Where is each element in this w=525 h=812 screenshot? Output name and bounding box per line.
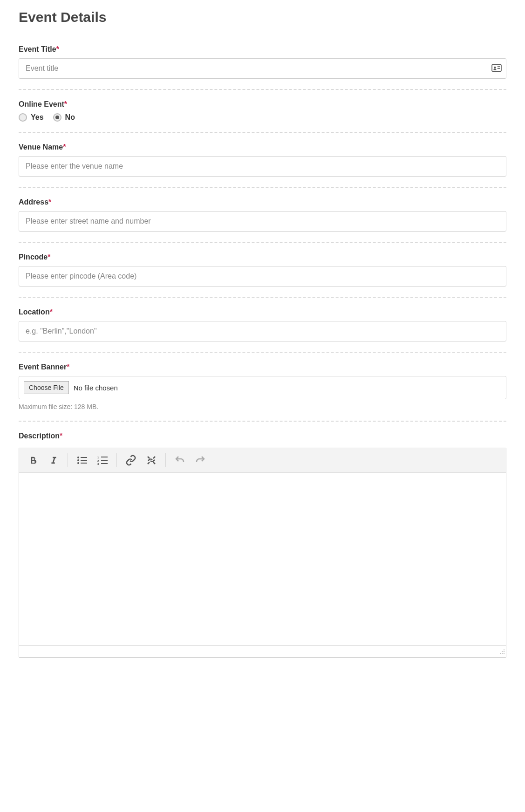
label-text: Event Banner [19, 363, 67, 371]
svg-point-4 [77, 457, 79, 458]
title-divider [19, 31, 506, 31]
label-text: Event Title [19, 45, 56, 53]
svg-line-19 [153, 457, 155, 458]
location-label: Location* [19, 308, 53, 316]
label-text: Description [19, 432, 60, 440]
svg-point-24 [502, 653, 503, 654]
svg-rect-5 [81, 457, 87, 458]
svg-rect-7 [81, 460, 87, 461]
svg-text:1: 1 [97, 456, 99, 459]
svg-text:2: 2 [97, 459, 99, 462]
dashed-divider [19, 421, 506, 422]
svg-point-1 [494, 67, 496, 69]
required-marker: * [60, 432, 62, 440]
label-text: Pincode [19, 253, 48, 261]
event-title-label: Event Title* [19, 45, 59, 54]
radio-label-no: No [65, 113, 75, 122]
dashed-divider [19, 242, 506, 243]
toolbar-separator [116, 453, 117, 467]
field-address: Address* [19, 198, 506, 232]
radio-no[interactable] [53, 113, 61, 122]
description-label: Description* [19, 432, 62, 440]
editor-toolbar: 123 [19, 448, 506, 473]
required-marker: * [56, 45, 59, 53]
required-marker: * [50, 308, 53, 316]
italic-button[interactable] [44, 452, 63, 469]
event-title-input[interactable] [19, 58, 506, 79]
label-text: Online Event [19, 100, 64, 108]
label-text: Address [19, 198, 48, 206]
file-chosen-status: No file chosen [74, 384, 118, 392]
undo-button[interactable] [170, 452, 189, 469]
id-card-icon [491, 63, 502, 74]
radio-item-yes: Yes [19, 113, 44, 122]
editor-statusbar [19, 645, 506, 657]
svg-line-16 [148, 457, 150, 458]
svg-line-18 [148, 462, 150, 464]
field-location: Location* [19, 308, 506, 341]
dashed-divider [19, 352, 506, 353]
svg-rect-11 [101, 457, 108, 457]
dashed-divider [19, 187, 506, 188]
choose-file-button[interactable]: Choose File [24, 381, 69, 394]
dashed-divider [19, 297, 506, 298]
field-description: Description* 123 [19, 432, 506, 658]
label-text: Venue Name [19, 143, 63, 151]
unlink-button[interactable] [142, 452, 161, 469]
svg-rect-0 [492, 65, 501, 71]
svg-text:3: 3 [97, 463, 99, 465]
svg-point-20 [504, 649, 505, 650]
venue-name-label: Venue Name* [19, 143, 66, 151]
field-venue-name: Venue Name* [19, 143, 506, 177]
toolbar-separator [68, 453, 68, 467]
svg-point-21 [504, 651, 505, 652]
file-size-hint: Maximum file size: 128 MB. [19, 403, 506, 410]
svg-line-17 [153, 462, 155, 464]
numbered-list-button[interactable]: 123 [93, 452, 112, 469]
pincode-input[interactable] [19, 266, 506, 287]
location-input[interactable] [19, 321, 506, 341]
svg-rect-15 [101, 463, 108, 464]
svg-point-6 [77, 459, 79, 461]
radio-group-online-event: Yes No [19, 113, 506, 122]
svg-point-23 [504, 653, 505, 654]
file-upload-box: Choose File No file chosen [19, 376, 506, 399]
required-marker: * [48, 253, 50, 261]
link-button[interactable] [122, 452, 140, 469]
svg-rect-9 [81, 463, 87, 464]
resize-handle-icon[interactable] [499, 648, 505, 656]
required-marker: * [48, 198, 51, 206]
pincode-label: Pincode* [19, 253, 50, 261]
dashed-divider [19, 132, 506, 133]
input-wrap [19, 58, 506, 79]
online-event-label: Online Event* [19, 100, 67, 109]
required-marker: * [64, 100, 67, 108]
redo-button[interactable] [191, 452, 210, 469]
field-online-event: Online Event* Yes No [19, 100, 506, 122]
svg-point-8 [77, 462, 79, 464]
event-banner-label: Event Banner* [19, 363, 69, 371]
address-label: Address* [19, 198, 51, 206]
svg-point-25 [500, 653, 501, 654]
field-event-title: Event Title* [19, 45, 506, 79]
bold-button[interactable] [24, 452, 42, 469]
svg-rect-13 [101, 460, 108, 461]
radio-yes[interactable] [19, 113, 27, 122]
venue-name-input[interactable] [19, 156, 506, 177]
required-marker: * [67, 363, 69, 371]
address-input[interactable] [19, 211, 506, 232]
field-event-banner: Event Banner* Choose File No file chosen… [19, 363, 506, 410]
toolbar-separator [165, 453, 166, 467]
svg-point-22 [502, 651, 503, 652]
label-text: Location [19, 308, 50, 316]
editor-textarea[interactable] [19, 473, 506, 645]
rich-text-editor: 123 [19, 448, 506, 658]
bullet-list-button[interactable] [73, 452, 91, 469]
field-pincode: Pincode* [19, 253, 506, 287]
page-title: Event Details [19, 9, 506, 31]
radio-item-no: No [53, 113, 75, 122]
dashed-divider [19, 89, 506, 90]
radio-label-yes: Yes [31, 113, 44, 122]
required-marker: * [63, 143, 66, 151]
